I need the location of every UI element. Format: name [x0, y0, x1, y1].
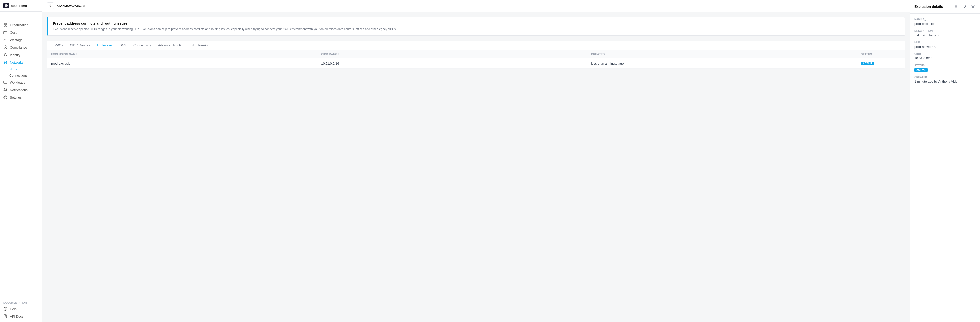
- svg-point-11: [5, 53, 6, 55]
- delete-button[interactable]: [953, 3, 959, 10]
- table-container: EXCLUSION NAME CIDR RANGE CREATED STATUS…: [47, 50, 905, 69]
- col-header-exclusion-name: EXCLUSION NAME: [51, 53, 321, 56]
- svg-rect-3: [4, 24, 5, 25]
- svg-rect-5: [4, 25, 5, 27]
- sidebar-label-workloads: Workloads: [10, 81, 25, 84]
- tab-vpcs[interactable]: VPCs: [51, 41, 67, 50]
- sidebar-label-hubs: Hubs: [10, 67, 17, 71]
- detail-status-value: ACTIVE: [914, 68, 976, 72]
- detail-status-section: STATUS ACTIVE: [914, 64, 976, 72]
- page-title: prod-network-01: [56, 4, 86, 8]
- sidebar-label-settings: Settings: [10, 96, 22, 99]
- right-panel: Exclusion details NAME: [910, 0, 980, 322]
- tabs-container: VPCs CIDR Ranges Exclusions DNS Connecti…: [47, 41, 905, 69]
- detail-status-label: STATUS: [914, 64, 976, 67]
- sidebar-item-wastage[interactable]: Wastage: [0, 36, 42, 44]
- detail-hub-section: HUB prod-network-01: [914, 41, 976, 49]
- detail-name-value: prod-exclusion: [914, 22, 976, 26]
- cell-created: less than a minute ago: [591, 62, 861, 65]
- sidebar-label-wastage: Wastage: [10, 38, 23, 42]
- banner-heading: Prevent address conflicts and routing is…: [53, 21, 900, 26]
- svg-marker-0: [5, 4, 8, 7]
- sidebar-item-api-docs[interactable]: API Docs: [0, 312, 42, 320]
- detail-name-label: NAME i: [914, 18, 976, 21]
- sidebar-label-networks: Networks: [10, 61, 24, 64]
- banner-body: Exclusions reserve specific CIDR ranges …: [53, 27, 900, 32]
- tabs-header: VPCs CIDR Ranges Exclusions DNS Connecti…: [47, 41, 905, 50]
- sidebar-label-api-docs: API Docs: [10, 314, 24, 318]
- tab-advanced-routing[interactable]: Advanced Routing: [154, 41, 188, 50]
- detail-cidr-section: CIDR 10.51.0.0/16: [914, 53, 976, 60]
- detail-created-section: CREATED 1 minute ago by Anthony Vido: [914, 76, 976, 83]
- svg-rect-4: [6, 24, 7, 25]
- sidebar-item-cost[interactable]: Cost: [0, 29, 42, 36]
- detail-description-section: DESCRIPTION Exlcusion for prod: [914, 30, 976, 37]
- sidebar-item-organization[interactable]: Organization: [0, 21, 42, 29]
- sidebar-item-identity[interactable]: Identity: [0, 51, 42, 59]
- panel-body: NAME i prod-exclusion DESCRIPTION Exlcus…: [910, 14, 980, 322]
- col-header-status: STATUS: [861, 53, 901, 56]
- svg-point-19: [5, 97, 6, 98]
- panel-actions: [953, 3, 976, 10]
- svg-rect-15: [4, 81, 7, 83]
- sidebar-nav: Organization Cost Wastage Compliance: [0, 12, 42, 296]
- detail-name-section: NAME i prod-exclusion: [914, 18, 976, 26]
- tab-dns[interactable]: DNS: [116, 41, 130, 50]
- sidebar-label-identity: Identity: [10, 53, 21, 57]
- sidebar-item-help[interactable]: Help: [0, 305, 42, 312]
- app-name: stax-demo: [11, 4, 27, 8]
- detail-hub-value: prod-network-01: [914, 45, 976, 49]
- table-header: EXCLUSION NAME CIDR RANGE CREATED STATUS: [47, 50, 905, 58]
- detail-cidr-value: 10.51.0.0/16: [914, 56, 976, 60]
- detail-description-label: DESCRIPTION: [914, 30, 976, 32]
- main-content: prod-network-01 Prevent address conflict…: [42, 0, 910, 322]
- svg-rect-6: [6, 25, 7, 27]
- detail-hub-label: HUB: [914, 41, 976, 44]
- edit-button[interactable]: [961, 3, 967, 10]
- info-banner: Prevent address conflicts and routing is…: [47, 17, 905, 36]
- sidebar-header: stax-demo: [0, 0, 42, 12]
- svg-rect-7: [4, 32, 7, 34]
- content-area: Prevent address conflicts and routing is…: [42, 12, 910, 322]
- back-button[interactable]: [47, 3, 54, 10]
- topbar: prod-network-01: [42, 0, 910, 12]
- col-header-cidr-range: CIDR RANGE: [321, 53, 591, 56]
- cell-cidr-range: 10.51.0.0/16: [321, 62, 591, 65]
- sidebar-item-workloads[interactable]: Workloads: [0, 79, 42, 86]
- table-row[interactable]: prod-exclusion 10.51.0.0/16 less than a …: [47, 58, 905, 69]
- tab-cidr-ranges[interactable]: CIDR Ranges: [67, 41, 93, 50]
- documentation-section-label: DOCUMENTATION: [0, 299, 42, 305]
- svg-rect-1: [4, 16, 7, 19]
- detail-cidr-label: CIDR: [914, 53, 976, 56]
- sidebar: stax-demo Organization Cost: [0, 0, 42, 322]
- tab-hub-peering[interactable]: Hub Peering: [188, 41, 213, 50]
- cell-status: ACTIVE: [861, 61, 901, 65]
- sidebar-label-help: Help: [10, 307, 17, 311]
- panel-title: Exclusion details: [914, 5, 943, 9]
- sidebar-label-compliance: Compliance: [10, 46, 27, 49]
- svg-line-29: [964, 6, 965, 7]
- tab-connectivity[interactable]: Connectivity: [130, 41, 154, 50]
- sidebar-item-notifications[interactable]: Notifications: [0, 86, 42, 94]
- sidebar-item-networks[interactable]: Networks: [0, 59, 42, 66]
- sidebar-item-compliance[interactable]: Compliance: [0, 44, 42, 51]
- sidebar-item-connections[interactable]: Connections: [0, 72, 42, 79]
- sidebar-collapse-btn[interactable]: [0, 14, 42, 21]
- sidebar-label-cost: Cost: [10, 31, 17, 35]
- app-logo: [3, 3, 9, 8]
- detail-created-label: CREATED: [914, 76, 976, 79]
- close-button[interactable]: [969, 3, 976, 10]
- sidebar-item-hubs[interactable]: Hubs: [0, 66, 42, 72]
- sidebar-footer: DOCUMENTATION Help API Docs: [0, 296, 42, 322]
- detail-status-badge: ACTIVE: [914, 68, 928, 72]
- sidebar-item-settings[interactable]: Settings: [0, 94, 42, 101]
- tab-exclusions[interactable]: Exclusions: [93, 41, 116, 50]
- detail-created-value: 1 minute ago by Anthony Vido: [914, 80, 976, 83]
- sidebar-label-notifications: Notifications: [10, 88, 28, 92]
- name-info-icon: i: [923, 18, 926, 21]
- detail-description-value: Exlcusion for prod: [914, 33, 976, 37]
- panel-header: Exclusion details: [910, 0, 980, 14]
- sidebar-label-connections: Connections: [10, 73, 27, 77]
- status-badge: ACTIVE: [861, 62, 874, 65]
- col-header-created: CREATED: [591, 53, 861, 56]
